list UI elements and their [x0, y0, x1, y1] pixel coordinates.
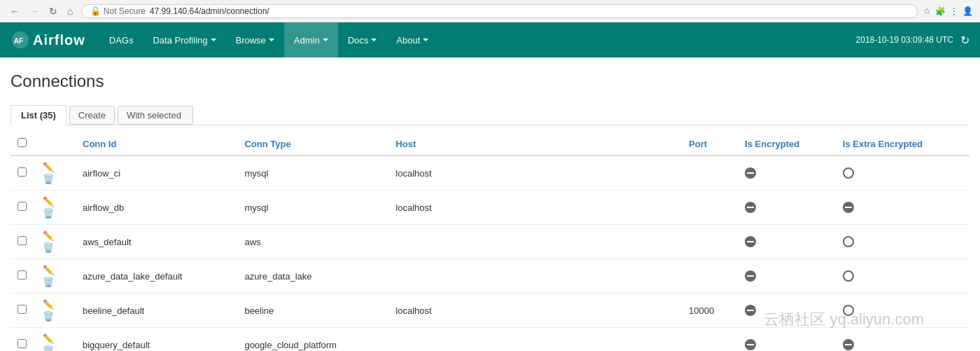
back-btn[interactable]: ← — [7, 4, 22, 18]
delete-button-5[interactable]: 🗑️ — [41, 345, 56, 351]
profile-icon[interactable]: 👤 — [962, 6, 973, 16]
home-btn[interactable]: ⌂ — [64, 4, 76, 18]
conn-type-cell: beeline — [237, 294, 388, 328]
conn-type-cell: mysql — [237, 156, 388, 191]
is-encrypted-cell — [738, 328, 836, 352]
brand-logo[interactable]: AF Airflow — [10, 30, 85, 50]
navbar: AF Airflow DAGs Data Profiling Browse Ad… — [0, 22, 980, 57]
list-tab[interactable]: List (35) — [10, 105, 66, 125]
row-checkbox-3[interactable] — [18, 270, 27, 280]
encrypted-false-icon — [745, 339, 756, 350]
header-is-extra-encrypted[interactable]: Is Extra Encrypted — [836, 132, 969, 156]
row-checkbox-cell — [10, 294, 34, 328]
port-cell — [682, 259, 738, 294]
port-cell — [682, 156, 738, 191]
nav-data-profiling[interactable]: Data Profiling — [143, 22, 225, 57]
address-bar[interactable]: 🔓 Not Secure 47.99.140.64/admin/connecti… — [81, 4, 918, 18]
edit-button-3[interactable]: ✏️ — [41, 264, 56, 276]
table-row: ✏️ 🗑️ airflow_ci mysql localhost — [10, 156, 969, 191]
docs-caret — [371, 39, 377, 41]
select-all-checkbox[interactable] — [18, 138, 27, 147]
svg-text:AF: AF — [14, 37, 24, 45]
port-cell — [682, 191, 738, 225]
encrypted-false-icon — [745, 270, 756, 282]
table-header-row: Conn Id Conn Type Host Port Is Encrypted… — [10, 132, 969, 156]
row-action-cell: ✏️ 🗑️ — [34, 191, 76, 225]
row-action-cell: ✏️ 🗑️ — [34, 259, 76, 294]
delete-button-0[interactable]: 🗑️ — [41, 173, 56, 185]
encrypted-false-icon — [843, 339, 854, 350]
is-extra-encrypted-cell — [836, 225, 969, 259]
is-encrypted-cell — [738, 259, 836, 294]
nav-admin[interactable]: Admin — [284, 22, 338, 57]
table-row: ✏️ 🗑️ bigquery_default google_cloud_plat… — [10, 328, 969, 352]
is-encrypted-cell — [738, 294, 836, 328]
encrypted-empty-icon — [843, 305, 854, 316]
browser-bar: ← → ↻ ⌂ 🔓 Not Secure 47.99.140.64/admin/… — [0, 0, 980, 22]
encrypted-empty-icon — [843, 270, 854, 282]
forward-btn[interactable]: → — [27, 4, 42, 18]
conn-id-cell: aws_default — [76, 225, 237, 259]
extension-icon[interactable]: 🧩 — [935, 6, 946, 16]
conn-type-cell: azure_data_lake — [237, 259, 388, 294]
edit-button-0[interactable]: ✏️ — [41, 161, 56, 173]
header-conn-id[interactable]: Conn Id — [76, 132, 237, 156]
browser-right-icons: ☆ 🧩 ⋮ 👤 — [923, 6, 973, 16]
row-checkbox-1[interactable] — [18, 202, 27, 211]
edit-button-5[interactable]: ✏️ — [41, 333, 56, 345]
brand-name: Airflow — [33, 32, 85, 48]
port-cell: 10000 — [682, 294, 738, 328]
host-cell — [388, 225, 682, 259]
row-checkbox-5[interactable] — [18, 339, 27, 348]
is-extra-encrypted-cell — [836, 259, 969, 294]
action-bar: List (35) Create With selected — [10, 105, 969, 125]
star-icon[interactable]: ☆ — [923, 6, 931, 16]
datetime-display: 2018-10-19 03:09:48 UTC — [856, 35, 953, 45]
row-checkbox-cell — [10, 191, 34, 225]
row-checkbox-0[interactable] — [18, 167, 27, 177]
delete-button-1[interactable]: 🗑️ — [41, 207, 56, 219]
row-action-cell: ✏️ 🗑️ — [34, 156, 76, 191]
delete-button-4[interactable]: 🗑️ — [41, 310, 56, 322]
with-selected-button[interactable]: With selected — [118, 106, 193, 125]
encrypted-false-icon — [745, 167, 756, 179]
refresh-btn[interactable]: ↻ — [46, 4, 60, 18]
nav-browse[interactable]: Browse — [226, 22, 284, 57]
header-port[interactable]: Port — [682, 132, 738, 156]
delete-button-3[interactable]: 🗑️ — [41, 276, 56, 288]
menu-icon[interactable]: ⋮ — [950, 6, 958, 16]
conn-id-cell: airflow_db — [76, 191, 237, 225]
is-extra-encrypted-cell — [836, 328, 969, 352]
navbar-refresh-icon[interactable]: ↻ — [960, 34, 969, 47]
row-checkbox-2[interactable] — [18, 236, 27, 245]
is-encrypted-cell — [738, 191, 836, 225]
is-extra-encrypted-cell — [836, 294, 969, 328]
not-secure-label: 🔓 Not Secure — [90, 6, 145, 16]
row-checkbox-cell — [10, 328, 34, 352]
row-checkbox-cell — [10, 156, 34, 191]
edit-button-1[interactable]: ✏️ — [41, 195, 56, 207]
nav-about[interactable]: About — [386, 22, 438, 57]
row-action-cell: ✏️ 🗑️ — [34, 225, 76, 259]
table-row: ✏️ 🗑️ beeline_default beeline localhost … — [10, 294, 969, 328]
conn-type-cell: google_cloud_platform — [237, 328, 388, 352]
is-extra-encrypted-cell — [836, 191, 969, 225]
connections-table: Conn Id Conn Type Host Port Is Encrypted… — [10, 132, 969, 351]
header-checkbox-col — [10, 132, 34, 156]
delete-button-2[interactable]: 🗑️ — [41, 242, 56, 254]
header-conn-type[interactable]: Conn Type — [237, 132, 388, 156]
nav-dags[interactable]: DAGs — [99, 22, 144, 57]
edit-button-2[interactable]: ✏️ — [41, 230, 56, 242]
edit-button-4[interactable]: ✏️ — [41, 298, 56, 310]
row-checkbox-4[interactable] — [18, 305, 27, 314]
header-is-encrypted[interactable]: Is Encrypted — [738, 132, 836, 156]
is-encrypted-cell — [738, 225, 836, 259]
encrypted-false-icon — [843, 202, 854, 213]
header-host[interactable]: Host — [388, 132, 682, 156]
nav-docs[interactable]: Docs — [338, 22, 387, 57]
row-checkbox-cell — [10, 225, 34, 259]
create-button[interactable]: Create — [69, 106, 115, 125]
page-title: Connections — [10, 71, 969, 91]
port-cell — [682, 225, 738, 259]
conn-id-cell: bigquery_default — [76, 328, 237, 352]
